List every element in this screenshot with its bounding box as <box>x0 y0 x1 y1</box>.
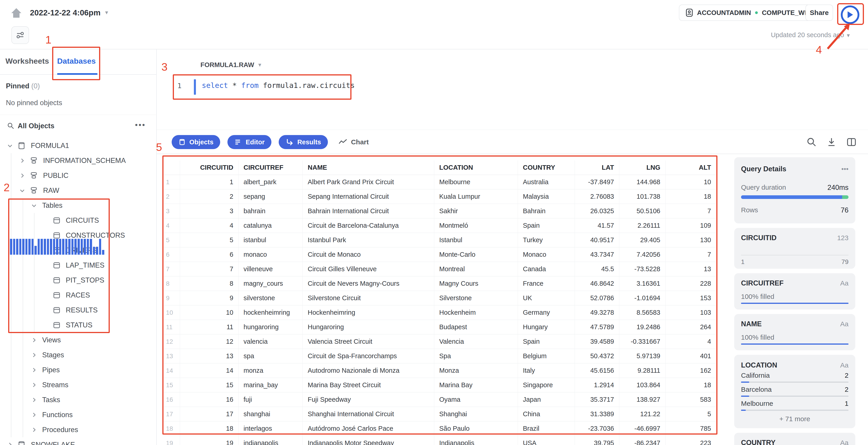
tree-item-views[interactable]: Views <box>0 333 156 348</box>
cell-lng[interactable]: -1.01694 <box>619 291 665 305</box>
cell-name[interactable]: Circuit de Barcelona-Catalunya <box>303 218 434 233</box>
cell-circuitid[interactable]: 16 <box>180 392 239 407</box>
cell-lng[interactable]: 29.405 <box>619 233 665 247</box>
column-header-circuitref[interactable]: CIRCUITREF <box>239 161 303 175</box>
cell-lng[interactable]: 9.28111 <box>619 364 665 378</box>
tree-item-formula1[interactable]: FORMULA1 <box>0 138 156 153</box>
cell-location[interactable]: Silverstone <box>434 291 518 305</box>
cell-lat[interactable]: 45.6156 <box>575 364 619 378</box>
cell-alt[interactable]: 785 <box>665 421 716 436</box>
tree-item-pipes[interactable]: Pipes <box>0 363 156 377</box>
cell-country[interactable]: USA <box>518 436 575 445</box>
cell-lat[interactable]: 35.3717 <box>575 392 619 407</box>
tab-editor[interactable]: Editor <box>227 135 272 149</box>
tree-item-results[interactable]: RESULTS <box>0 303 156 318</box>
cell-alt[interactable]: 264 <box>665 320 716 335</box>
cell-country[interactable]: Spain <box>518 335 575 349</box>
row-number[interactable]: 16 <box>164 392 180 407</box>
cell-lat[interactable]: 1.2914 <box>575 378 619 392</box>
download-icon[interactable] <box>826 137 837 147</box>
tree-item-tasks[interactable]: Tasks <box>0 392 156 407</box>
cell-name[interactable]: Marina Bay Street Circuit <box>303 378 434 392</box>
row-number[interactable]: 15 <box>164 378 180 392</box>
updated-status[interactable]: Updated 20 seconds ago ▼ <box>748 31 851 39</box>
sql-editor-line[interactable]: select * from formula1.raw.circuits <box>202 81 354 90</box>
cell-lng[interactable]: 3.16361 <box>619 276 665 291</box>
cell-circuitid[interactable]: 3 <box>180 204 239 218</box>
cell-location[interactable]: Valencia <box>434 335 518 349</box>
cell-circuitid[interactable]: 1 <box>180 175 239 190</box>
cell-lat[interactable]: 43.7347 <box>575 247 619 262</box>
cell-country[interactable]: Brazil <box>518 421 575 436</box>
chevron-right-icon[interactable] <box>19 158 25 164</box>
tab-results[interactable]: Results <box>279 135 328 149</box>
row-number[interactable]: 7 <box>164 262 180 276</box>
column-header-lat[interactable]: LAT <box>575 161 619 175</box>
cell-circuitid[interactable]: 4 <box>180 218 239 233</box>
cell-circuitid[interactable]: 11 <box>180 320 239 335</box>
cell-location[interactable]: Monte-Carlo <box>434 247 518 262</box>
chevron-right-icon[interactable] <box>31 412 37 418</box>
cell-country[interactable]: Spain <box>518 218 575 233</box>
cell-circuitref[interactable]: sepang <box>239 190 303 204</box>
row-number[interactable]: 6 <box>164 247 180 262</box>
cell-circuitref[interactable]: indianapolis <box>239 436 303 445</box>
cell-lng[interactable]: 121.22 <box>619 407 665 421</box>
cell-circuitid[interactable]: 17 <box>180 407 239 421</box>
home-icon[interactable] <box>10 7 22 19</box>
cell-name[interactable]: Circuit de Nevers Magny-Cours <box>303 276 434 291</box>
cell-location[interactable]: Montreal <box>434 262 518 276</box>
cell-lat[interactable]: 31.3389 <box>575 407 619 421</box>
row-number[interactable]: 1 <box>164 175 180 190</box>
cell-name[interactable]: Circuit de Monaco <box>303 247 434 262</box>
cell-name[interactable]: Circuit de Spa-Francorchamps <box>303 349 434 364</box>
cell-name[interactable]: Hockenheimring <box>303 305 434 320</box>
cell-lat[interactable]: -23.7036 <box>575 421 619 436</box>
worksheet-title[interactable]: 2022-12-22 4:06pm ▼ <box>30 8 109 17</box>
cell-circuitref[interactable]: spa <box>239 349 303 364</box>
cell-circuitref[interactable]: catalunya <box>239 218 303 233</box>
cell-lat[interactable]: 2.76083 <box>575 190 619 204</box>
tree-item-procedures[interactable]: Procedures <box>0 422 156 437</box>
cell-circuitid[interactable]: 19 <box>180 436 239 445</box>
cell-lat[interactable]: 40.9517 <box>575 233 619 247</box>
filters-button[interactable] <box>11 26 29 44</box>
tree-item-stages[interactable]: Stages <box>0 348 156 363</box>
cell-lng[interactable]: 103.864 <box>619 378 665 392</box>
row-number[interactable]: 17 <box>164 407 180 421</box>
tree-item-snowflake[interactable]: SNOWFLAKE <box>0 437 156 445</box>
cell-location[interactable]: São Paulo <box>434 421 518 436</box>
cell-circuitref[interactable]: shanghai <box>239 407 303 421</box>
cell-lat[interactable]: 47.5789 <box>575 320 619 335</box>
cell-alt[interactable]: 583 <box>665 392 716 407</box>
cell-lng[interactable]: -86.2347 <box>619 436 665 445</box>
row-number[interactable]: 2 <box>164 190 180 204</box>
chevron-down-icon[interactable] <box>31 203 37 208</box>
cell-location[interactable]: Sakhir <box>434 204 518 218</box>
tree-item-functions[interactable]: Functions <box>0 407 156 422</box>
cell-name[interactable]: Hungaroring <box>303 320 434 335</box>
chevron-right-icon[interactable] <box>31 352 37 358</box>
tab-objects[interactable]: Objects <box>172 135 220 149</box>
cell-circuitid[interactable]: 2 <box>180 190 239 204</box>
cell-country[interactable]: UK <box>518 291 575 305</box>
cell-circuitid[interactable]: 7 <box>180 262 239 276</box>
tree-item-status[interactable]: STATUS <box>0 318 156 333</box>
cell-name[interactable]: Autódromo José Carlos Pace <box>303 421 434 436</box>
cell-country[interactable]: Malaysia <box>518 190 575 204</box>
cell-country[interactable]: Canada <box>518 262 575 276</box>
cell-location[interactable]: Kuala Lumpur <box>434 190 518 204</box>
tree-item-races[interactable]: RACES <box>0 288 156 303</box>
cell-circuitid[interactable]: 18 <box>180 421 239 436</box>
chevron-right-icon[interactable] <box>7 442 13 445</box>
cell-lat[interactable]: 52.0786 <box>575 291 619 305</box>
row-number[interactable]: 8 <box>164 276 180 291</box>
row-number[interactable]: 4 <box>164 218 180 233</box>
cell-circuitref[interactable]: silverstone <box>239 291 303 305</box>
cell-lat[interactable]: 46.8642 <box>575 276 619 291</box>
cell-circuitid[interactable]: 15 <box>180 378 239 392</box>
cell-circuitref[interactable]: hockenheimring <box>239 305 303 320</box>
cell-country[interactable]: Monaco <box>518 247 575 262</box>
cell-alt[interactable]: 109 <box>665 218 716 233</box>
row-number[interactable]: 10 <box>164 305 180 320</box>
